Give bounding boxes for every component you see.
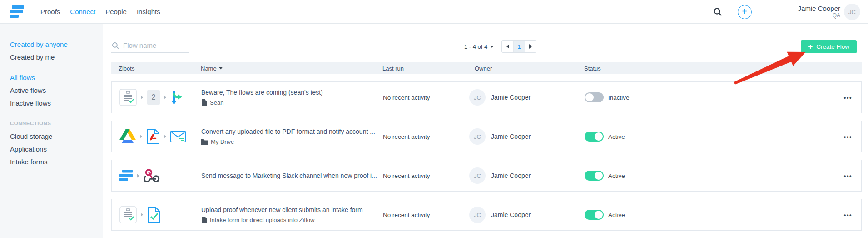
flow-row[interactable]: Send message to Marketing Slack channel … [111, 160, 862, 192]
flow-name-link[interactable]: Send message to Marketing Slack channel … [201, 172, 377, 179]
chevron-right-icon [164, 135, 166, 138]
divider [10, 113, 84, 113]
owner-cell: JC Jamie Cooper [469, 128, 531, 145]
status-label: Active [608, 212, 625, 218]
row-menu-button[interactable]: ••• [844, 94, 852, 101]
pagination-range-label: 1 - 4 of 4 [464, 43, 487, 50]
pager: 1 [501, 40, 536, 53]
status-toggle[interactable] [585, 210, 604, 220]
zibots-cell [119, 128, 186, 145]
last-run-cell: No recent activity [383, 212, 430, 218]
owner-cell: JC Jamie Cooper [469, 207, 531, 223]
zibots-cell [119, 168, 160, 183]
email-icon [170, 131, 186, 142]
search-icon[interactable] [713, 7, 723, 17]
search-icon [111, 41, 119, 50]
intake-form-icon [119, 89, 137, 106]
row-menu-button[interactable]: ••• [844, 212, 852, 218]
flow-row[interactable]: Convert any uploaded file to PDF format … [111, 121, 862, 152]
nav-people[interactable]: People [104, 6, 128, 17]
divider [10, 67, 84, 67]
top-nav: Proofs Connect People Insights + Jamie C… [0, 0, 868, 24]
flow-sub-label: Intake form for direct uploads into Zifl… [201, 217, 363, 223]
nav-connect[interactable]: Connect [69, 6, 96, 17]
owner-name: Jamie Cooper [491, 172, 531, 179]
chevron-right-icon [140, 135, 142, 138]
flow-sub-label: My Drive [201, 138, 375, 145]
pagination-range-dropdown[interactable]: 1 - 4 of 4 [464, 43, 494, 50]
status-cell: Active [585, 210, 625, 220]
user-role: QA [798, 12, 840, 19]
add-new-button[interactable]: + [738, 5, 752, 19]
name-cell: Beware, The flows are coming (sean's tes… [201, 89, 323, 106]
count-badge: 2 [147, 90, 160, 105]
last-run-cell: No recent activity [383, 94, 430, 101]
row-menu-button[interactable]: ••• [844, 133, 852, 140]
flow-row[interactable]: 2 Beware, The flows are coming (sean's t… [111, 81, 862, 113]
column-owner[interactable]: Owner [475, 65, 492, 72]
chevron-right-icon [529, 44, 532, 49]
last-run-cell: No recent activity [383, 172, 430, 179]
sort-caret-icon [219, 67, 223, 70]
column-zibots[interactable]: Zibots [119, 65, 134, 72]
flow-name-link[interactable]: Convert any uploaded file to PDF format … [201, 128, 375, 135]
last-run-cell: No recent activity [383, 133, 430, 140]
user-menu[interactable]: Jamie Cooper QA [798, 5, 840, 19]
flow-name-search-input[interactable] [123, 41, 182, 49]
sidebar-item-applications[interactable]: Applications [0, 142, 103, 155]
main-nav: Proofs Connect People Insights [40, 6, 161, 17]
owner-name: Jamie Cooper [491, 133, 531, 140]
status-toggle[interactable] [585, 92, 604, 102]
ziflow-connect-page: Proofs Connect People Insights + Jamie C… [0, 0, 868, 238]
column-status[interactable]: Status [584, 65, 601, 72]
page-1-button[interactable]: 1 [513, 41, 525, 52]
nav-proofs[interactable]: Proofs [40, 6, 61, 17]
sidebar-item-active-flows[interactable]: Active flows [0, 84, 103, 96]
table-header: Zibots Name Last run Owner Status [111, 62, 862, 74]
nav-right: + Jamie Cooper QA JC [713, 0, 860, 24]
sidebar-item-all-flows[interactable]: All flows [0, 71, 103, 84]
sidebar-item-created-by-anyone[interactable]: Created by anyone [0, 38, 103, 51]
sidebar-item-cloud-storage[interactable]: Cloud storage [0, 130, 103, 142]
chevron-left-icon [506, 44, 509, 49]
document-check-icon [147, 207, 161, 223]
owner-name: Jamie Cooper [491, 94, 531, 101]
flow-name-link[interactable]: Beware, The flows are coming (sean's tes… [201, 89, 323, 96]
nav-insights[interactable]: Insights [136, 6, 161, 17]
row-menu-button[interactable]: ••• [844, 172, 852, 179]
create-flow-button[interactable]: + Create Flow [801, 40, 857, 53]
owner-avatar: JC [469, 207, 486, 223]
chevron-right-icon [141, 96, 143, 99]
user-avatar[interactable]: JC [844, 4, 860, 20]
flow-name-link[interactable]: Upload proof whenever new client submits… [201, 206, 363, 213]
flow-search [111, 38, 189, 53]
caret-down-icon [490, 46, 494, 48]
sidebar-item-inactive-flows[interactable]: Inactive flows [0, 96, 103, 109]
flow-row[interactable]: Upload proof whenever new client submits… [111, 199, 862, 231]
divider [730, 5, 730, 19]
owner-cell: JC Jamie Cooper [469, 167, 531, 184]
status-toggle[interactable] [585, 171, 604, 181]
prev-page-button[interactable] [502, 41, 513, 52]
status-label: Active [608, 133, 625, 140]
ziflow-logo-icon[interactable] [10, 5, 24, 18]
folder-icon [201, 139, 208, 145]
chevron-right-icon [164, 96, 166, 99]
plus-icon: + [808, 43, 813, 51]
name-cell: Upload proof whenever new client submits… [201, 206, 363, 223]
owner-avatar: JC [469, 89, 486, 106]
flow-sub-label: Sean [201, 99, 323, 106]
status-label: Inactive [608, 94, 630, 101]
intake-form-icon [119, 206, 137, 223]
owner-name: Jamie Cooper [491, 211, 531, 218]
sidebar-item-intake-forms[interactable]: Intake forms [0, 155, 103, 168]
google-drive-icon [119, 129, 136, 144]
column-last-run[interactable]: Last run [382, 65, 404, 72]
sidebar: Created by anyone Created by me All flow… [0, 24, 103, 238]
zibots-cell: 2 [119, 89, 183, 106]
column-name[interactable]: Name [201, 65, 223, 72]
next-page-button[interactable] [525, 41, 536, 52]
sidebar-item-created-by-me[interactable]: Created by me [0, 51, 103, 63]
status-toggle[interactable] [585, 132, 604, 142]
chevron-right-icon [137, 174, 139, 177]
